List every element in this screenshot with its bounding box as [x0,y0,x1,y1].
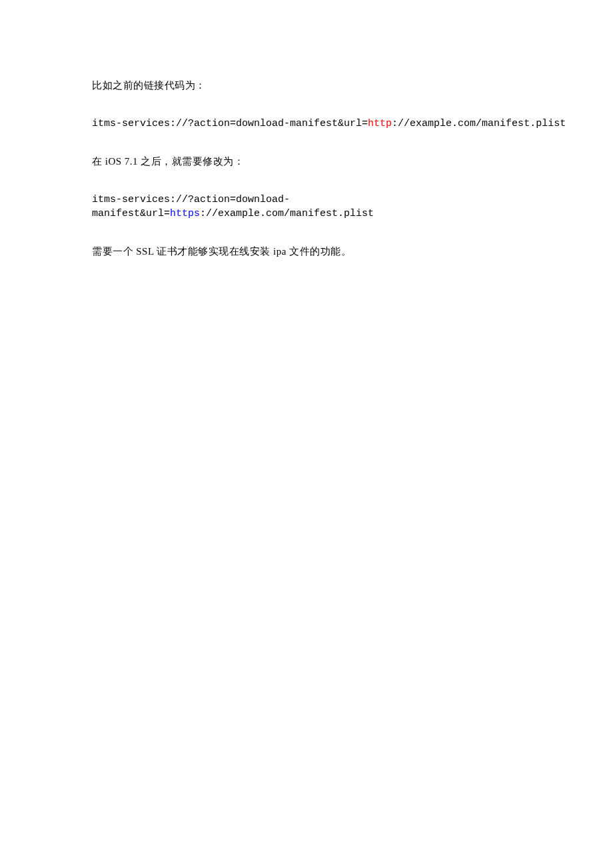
intro-text: 比如之前的链接代码为： [92,80,206,91]
code-https-protocol: https [170,208,200,219]
transition-paragraph: 在 iOS 7.1 之后，就需要修改为： [92,155,566,169]
conclusion-text: 需要一个 SSL 证书才能够实现在线安装 ipa 文件的功能。 [92,246,351,257]
code-line-https: itms-services://?action=download-manifes… [92,193,566,221]
conclusion-paragraph: 需要一个 SSL 证书才能够实现在线安装 ipa 文件的功能。 [92,245,566,259]
code-line-http: itms-services://?action=download-manifes… [92,117,566,131]
code-https-suffix: ://example.com/manifest.plist [200,208,374,219]
code-http-prefix: itms-services://?action=download-manifes… [92,118,368,129]
code-http-suffix: ://example.com/manifest.plist [392,118,566,129]
transition-text: 在 iOS 7.1 之后，就需要修改为： [92,156,244,167]
code-http-protocol: http [368,118,392,129]
intro-paragraph: 比如之前的链接代码为： [92,79,566,93]
